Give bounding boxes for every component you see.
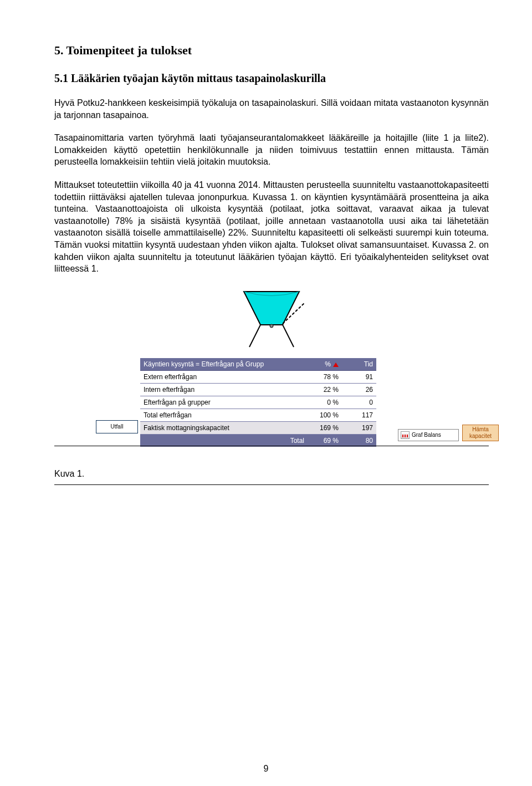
table-header-tid: Tid [342, 358, 376, 371]
cell-pct: 100 % [308, 409, 342, 421]
table-header-label: Käyntien kysyntä = Efterfrågan på Grupp [140, 358, 308, 371]
table-footer: Total 69 % 80 [140, 434, 376, 447]
page-number: 9 [264, 764, 269, 774]
section-heading-5-1: 5.1 Lääkärien työajan käytön mittaus tas… [54, 72, 489, 85]
graf-balans-button[interactable]: Graf Balans [398, 429, 459, 441]
funnel-icon [233, 286, 310, 358]
cell-tid: 197 [342, 421, 376, 434]
cell-tid: 26 [342, 383, 376, 396]
svg-line-2 [283, 325, 294, 347]
hamta-line1: Hämta [472, 426, 488, 432]
demand-table: Käyntien kysyntä = Efterfrågan på Grupp … [140, 358, 376, 447]
utfall-button[interactable]: Utfall [96, 420, 138, 433]
cell-tid: 91 [342, 370, 376, 383]
cell-label: Faktisk mottagningskapacitet [140, 421, 308, 434]
svg-point-4 [270, 324, 273, 328]
paragraph-2: Tasapainomittaria varten työryhmä laati … [54, 132, 489, 168]
section-heading-5: 5. Toimenpiteet ja tulokset [54, 43, 489, 58]
figure-caption: Kuva 1. [54, 469, 84, 479]
cell-label: Efterfrågan på grupper [140, 396, 308, 409]
cell-pct: 169 % [308, 421, 342, 434]
table-header-pct: % [308, 358, 342, 371]
table-row: Faktisk mottagningskapacitet 169 % 197 [140, 421, 376, 434]
cell-pct: 78 % [308, 370, 342, 383]
sort-indicator-icon [333, 363, 339, 367]
cell-label: Total efterfrågan [140, 409, 308, 421]
paragraph-1: Hyvä Potku2-hankkeen keskeisimpiä työkal… [54, 97, 489, 121]
cell-label: Intern efterfrågan [140, 383, 308, 396]
table-row: Total efterfrågan 100 % 117 [140, 409, 376, 421]
hamta-kapacitet-button[interactable]: Hämta kapacitet [462, 425, 499, 441]
cell-tid: 0 [342, 396, 376, 409]
cell-tid: 117 [342, 409, 376, 421]
table-row: Intern efterfrågan 22 % 26 [140, 383, 376, 396]
bar-chart-icon [401, 431, 410, 439]
graf-balans-label: Graf Balans [412, 429, 441, 441]
embedded-figure: Käyntien kysyntä = Efterfrågan på Grupp … [54, 286, 489, 508]
paragraph-3: Mittaukset toteutettiin viikoilla 40 ja … [54, 179, 489, 275]
svg-marker-0 [244, 292, 299, 325]
footer-tid: 80 [342, 434, 376, 447]
footer-label: Total [140, 434, 308, 447]
hamta-line2: kapacitet [469, 433, 492, 439]
svg-line-1 [249, 325, 260, 347]
horizontal-rule [54, 446, 489, 446]
cell-label: Extern efterfrågan [140, 370, 308, 383]
table-row: Extern efterfrågan 78 % 91 [140, 370, 376, 383]
cell-pct: 0 % [308, 396, 342, 409]
table-row: Efterfrågan på grupper 0 % 0 [140, 396, 376, 409]
footer-pct: 69 % [308, 434, 342, 447]
horizontal-rule [54, 484, 489, 485]
cell-pct: 22 % [308, 383, 342, 396]
